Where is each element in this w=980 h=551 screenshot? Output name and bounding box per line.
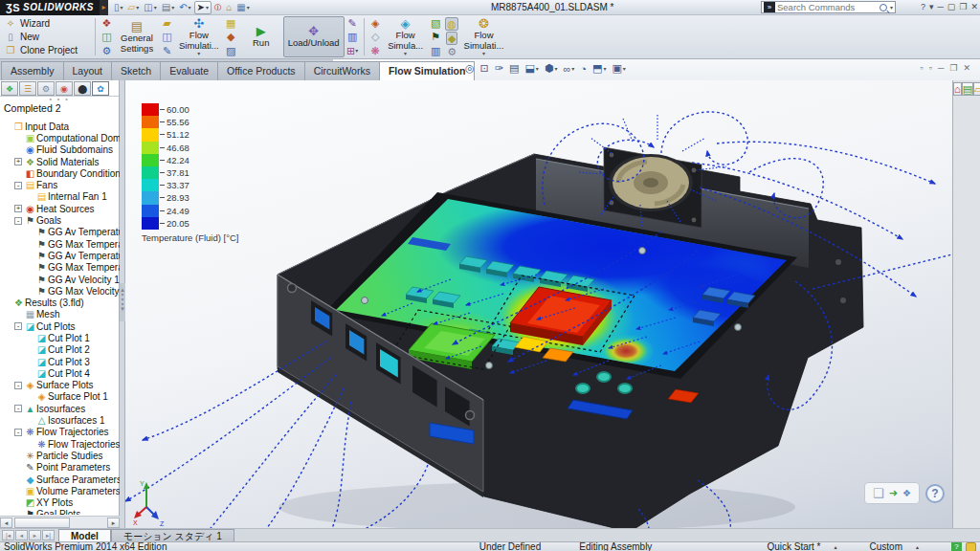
calc-control-icon[interactable]: ✎ — [163, 45, 171, 56]
graphics-viewport[interactable]: 60.0055.5651.1246.6842.2437.8133.3728.93… — [125, 80, 952, 528]
project-icon-3[interactable]: ⚙ — [102, 45, 112, 56]
doc-icon-left[interactable]: ▫ — [921, 63, 924, 73]
quick-start-dropdown[interactable]: Quick Start *▴ — [767, 541, 836, 551]
collapse-icon[interactable]: - — [14, 182, 22, 189]
view-settings-icon[interactable]: ⬓▾ — [524, 62, 538, 75]
gravity-icon[interactable]: ◫ — [162, 31, 171, 42]
help-caret-icon[interactable]: ▾ — [929, 1, 934, 13]
results-tool-icon-2[interactable]: ▥ — [347, 31, 357, 42]
rebuild-stoplight-icon[interactable]: ⦶ — [212, 1, 223, 14]
project-icon-1[interactable]: ❖ — [102, 17, 112, 29]
tree-item[interactable]: ◆Surface Parameters — [0, 474, 120, 485]
solid-body-icon[interactable]: ◆ — [446, 32, 457, 45]
flow-trajectories-button[interactable]: ◈FlowSimula...▾ — [384, 16, 428, 57]
tab-motion-study[interactable]: モーション スタディ 1 — [111, 529, 234, 541]
wizard-button[interactable]: ✧Wizard — [2, 17, 92, 30]
tree-item[interactable]: ⚑GG Av Temperature (So — [0, 250, 120, 261]
tree-item[interactable]: -▤Fans — [0, 179, 120, 190]
clone-project-button[interactable]: ❐Clone Project — [2, 44, 92, 56]
collapse-icon[interactable]: - — [14, 405, 22, 412]
select-tool-button[interactable]: ➤▾ — [194, 1, 212, 14]
first-sheet-icon[interactable]: |◂ — [2, 530, 14, 540]
expand-icon[interactable]: + — [14, 205, 22, 212]
configuration-manager-tab[interactable]: ⚙ — [37, 81, 55, 96]
tab-assembly[interactable]: Assembly — [1, 61, 64, 80]
flow-display-button[interactable]: ❂FlowSimulati...▾ — [460, 16, 508, 57]
new-project-button[interactable]: ▯New — [2, 31, 92, 43]
run-button[interactable]: ▶Run — [239, 16, 283, 57]
menu-expand-icon[interactable]: ▸ — [100, 0, 108, 15]
tree-horizontal-scrollbar[interactable]: ◂ ▸ — [0, 516, 120, 528]
help-button[interactable]: ? — [921, 1, 925, 13]
next-sheet-icon[interactable]: ▸ — [29, 530, 41, 540]
tree-item[interactable]: ▤Internal Fan 1 — [0, 191, 120, 203]
search-commands-box[interactable]: » ▾ — [761, 1, 896, 13]
dimxpert-manager-tab[interactable]: ◉ — [56, 81, 73, 96]
tree-item[interactable]: -▲Isosurfaces — [0, 403, 120, 414]
mesh-settings-icon[interactable]: ▦ — [226, 17, 235, 29]
tab-layout[interactable]: Layout — [63, 61, 113, 80]
doc-minimize-button[interactable]: ─ — [938, 63, 944, 73]
cut-plot-icon[interactable]: ◈ — [371, 17, 379, 29]
custom-dropdown[interactable]: Custom▴ — [870, 541, 919, 551]
filter-icon[interactable]: ✑ — [495, 62, 503, 75]
tree-item[interactable]: ⚑GG Max Velocity 1 — [0, 285, 120, 297]
tree-item[interactable]: ⚑GG Max Temperature ( — [0, 238, 120, 250]
search-icon[interactable] — [880, 4, 887, 11]
units-icon[interactable]: ▰ — [163, 17, 170, 29]
isosurface-icon[interactable]: ❋ — [371, 45, 380, 56]
batch-icon[interactable]: ▨ — [226, 45, 235, 56]
doc-icon-right[interactable]: ▫ — [929, 63, 932, 73]
flow-simulation-tree-tab[interactable]: ✿ — [92, 81, 109, 96]
tree-item[interactable]: ▣Volume Parameters — [0, 485, 120, 496]
appearances-icon[interactable]: ◔ — [580, 63, 587, 75]
surface-plot-icon[interactable]: ◇ — [371, 31, 379, 42]
tree-item[interactable]: -❋Flow Trajectories — [0, 427, 120, 438]
search-input[interactable] — [777, 2, 880, 12]
tree-item[interactable]: ◪Cut Plot 2 — [0, 344, 120, 356]
tree-item[interactable]: ✳Particle Studies — [0, 450, 120, 461]
feature-manager-tab[interactable]: ❖ — [1, 81, 18, 96]
load-unload-results-button[interactable]: ✥Load/Unload — [283, 16, 345, 57]
tree-item[interactable]: ✎Point Parameters — [0, 462, 120, 474]
tab-evaluate[interactable]: Evaluate — [160, 61, 218, 80]
collapse-icon[interactable]: - — [14, 382, 22, 389]
zoom-area-icon[interactable]: ⊡ — [480, 62, 489, 75]
collapse-icon[interactable]: - — [14, 217, 22, 225]
tree-item[interactable]: ❒Input Data — [0, 121, 120, 132]
expand-icon[interactable]: + — [14, 158, 22, 165]
tree-item[interactable]: +◉Heat Sources — [0, 203, 120, 214]
tree-item[interactable]: ◪Cut Plot 4 — [0, 367, 120, 379]
tree-item[interactable]: ◈Surface Plot 1 — [0, 391, 120, 403]
status-help-icon[interactable]: ? — [951, 542, 962, 551]
tree-item[interactable]: -◪Cut Plots — [0, 320, 120, 332]
print-button[interactable]: ▤▾ — [160, 1, 176, 14]
goal-plot-icon[interactable]: ⚑ — [431, 31, 440, 42]
report-icon[interactable]: ▥ — [431, 45, 440, 56]
tree-item[interactable]: -◈Surface Plots — [0, 380, 120, 391]
doc-close-button[interactable]: ✕ — [963, 63, 970, 73]
tree-item[interactable]: ▣Computational Domain — [0, 132, 120, 143]
tree-item[interactable]: ◉Fluid Subdomains — [0, 144, 120, 156]
tab-sketch[interactable]: Sketch — [111, 61, 161, 80]
tab-model[interactable]: Model — [58, 529, 111, 541]
prev-sheet-icon[interactable]: ◂ — [15, 530, 28, 540]
tree-item[interactable]: ◪Cut Plot 3 — [0, 356, 120, 367]
project-icon-2[interactable]: ◫ — [101, 31, 111, 42]
save-button[interactable]: ◫▾ — [142, 1, 158, 14]
cascade-button[interactable]: ❐ — [959, 1, 967, 13]
options-button[interactable]: ▦▾ — [234, 1, 251, 14]
zoom-fit-icon[interactable]: ◎ — [465, 62, 475, 75]
tree-item[interactable]: ⚑GG Av Velocity 1 — [0, 274, 120, 285]
tab-flow-simulation[interactable]: Flow Simulation — [379, 61, 476, 80]
close-button[interactable]: ✕ — [970, 1, 978, 13]
tab-office-products[interactable]: Office Products — [217, 61, 305, 80]
hide-show-items-icon[interactable]: ∞▾ — [564, 63, 575, 75]
tree-item[interactable]: ▦Mesh — [0, 309, 120, 320]
results-tool-icon-3[interactable]: ⊞▾ — [346, 45, 358, 56]
tree-item[interactable]: -⚑Goals — [0, 214, 120, 226]
xy-plot-icon[interactable]: ▧ — [431, 17, 440, 29]
collapse-icon[interactable]: - — [14, 429, 22, 436]
tab-circuitworks[interactable]: CircuitWorks — [304, 61, 380, 80]
maximize-button[interactable]: ▢ — [947, 1, 956, 13]
